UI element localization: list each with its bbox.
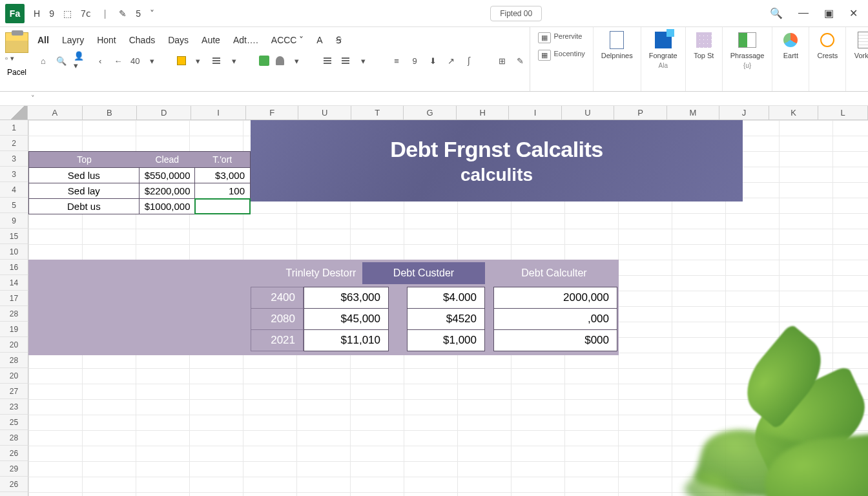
cell[interactable]: 100 <box>195 183 250 198</box>
row-header[interactable]: 29 <box>0 461 28 477</box>
cell[interactable]: $550,0000 <box>140 168 195 183</box>
row-header[interactable]: 28 <box>0 306 28 322</box>
active-cell[interactable] <box>195 199 250 214</box>
tool-icon[interactable]: ʃ <box>463 54 475 67</box>
col-header[interactable]: B <box>83 106 137 119</box>
row-header[interactable]: 10 <box>0 244 28 260</box>
cell[interactable]: Debt us <box>29 199 140 214</box>
pen-icon[interactable]: ✎ <box>514 54 526 67</box>
ribbon-tool-icon[interactable]: 🔍 <box>56 54 67 67</box>
col-header[interactable]: U <box>298 106 351 119</box>
table-row[interactable]: Sed lus $550,0000 $3,000 <box>28 168 251 183</box>
qat-item[interactable]: 7ᴄ <box>81 8 91 19</box>
row-header[interactable]: 1 <box>0 120 28 136</box>
select-all-corner[interactable] <box>0 106 28 119</box>
tab[interactable]: Aute <box>202 35 220 45</box>
cell[interactable]: $2200,000 <box>140 183 195 198</box>
table-row[interactable]: Debt us $1000,000 <box>28 199 251 214</box>
align-left-icon[interactable] <box>322 54 333 67</box>
cell[interactable]: Sed lus <box>29 168 140 183</box>
tool-icon[interactable]: ⊞ <box>496 54 508 67</box>
col-header[interactable]: I <box>509 106 561 119</box>
cell[interactable]: $45,000 <box>304 308 389 330</box>
tool-icon[interactable]: ≡ <box>391 54 402 67</box>
cell[interactable]: Sed lay <box>29 183 140 198</box>
col-header[interactable]: L <box>818 106 868 119</box>
pen-icon[interactable]: ✎ <box>119 8 127 19</box>
row-header[interactable]: 4 <box>0 182 28 198</box>
paste-group[interactable]: ▫▾ Pacel <box>5 32 28 77</box>
cell[interactable]: 2400 <box>251 287 304 309</box>
restore-button[interactable]: ▣ <box>824 7 834 19</box>
cell[interactable]: $3,000 <box>195 168 250 183</box>
col-header[interactable]: G <box>404 106 456 119</box>
ribbon-tool-icon[interactable]: ‹ <box>94 54 106 67</box>
row-header[interactable]: 19 <box>0 322 28 337</box>
ribbon-tool-icon[interactable]: ← <box>112 54 124 67</box>
cells-area[interactable]: Debt Frgnst Calcalits calculits Top Clea… <box>28 120 868 496</box>
ribbon-group[interactable]: Eartt <box>772 27 809 91</box>
ribbon-tool-icon[interactable]: ⌂ <box>37 54 49 67</box>
qat-item[interactable]: 9 <box>49 8 54 19</box>
dropdown-caret-icon[interactable]: ▾ <box>291 54 302 67</box>
dropdown-caret-icon[interactable]: ˅ <box>150 8 154 19</box>
row-header[interactable]: 3 <box>0 167 28 182</box>
minimize-button[interactable]: — <box>798 7 809 19</box>
ribbon-tool-icon[interactable]: 👤▾ <box>74 54 88 67</box>
cell[interactable]: ,000 <box>493 308 617 330</box>
tool-icon[interactable]: 9 <box>409 54 420 67</box>
tab[interactable]: A <box>316 35 322 45</box>
row-header[interactable]: 3 <box>0 151 28 167</box>
row-header[interactable]: 20 <box>0 337 28 353</box>
qat-item[interactable]: H <box>34 8 40 19</box>
row-header[interactable]: 14 <box>0 275 28 291</box>
tab[interactable]: Adt…. <box>233 35 258 45</box>
col-header[interactable]: F <box>246 106 298 119</box>
row-header[interactable]: 2 <box>0 136 28 151</box>
row-header[interactable]: 26 <box>0 446 28 461</box>
col-header[interactable]: U <box>562 106 614 119</box>
tab[interactable]: Days <box>168 35 189 45</box>
col-header[interactable]: J <box>719 106 769 119</box>
font-size-input[interactable]: 40 <box>130 56 140 66</box>
fill-color-icon[interactable] <box>177 56 186 65</box>
qat-item[interactable]: ⬚ <box>63 8 72 19</box>
cell[interactable]: $4520 <box>407 308 485 330</box>
cell[interactable]: 2021 <box>251 329 304 351</box>
row-header[interactable]: 5 <box>0 198 28 213</box>
cell[interactable]: 2000,000 <box>493 287 617 309</box>
col-header[interactable]: P <box>614 106 666 119</box>
spreadsheet-grid[interactable]: 1233459151016141728192028202723252826292… <box>0 120 868 496</box>
dropdown-caret-icon[interactable]: ▾ <box>358 54 369 67</box>
align-icon[interactable] <box>211 54 222 67</box>
ribbon-group[interactable]: Delpnines <box>594 27 641 91</box>
tab[interactable]: Layry <box>62 35 84 45</box>
qat-item[interactable]: 5 <box>136 8 141 19</box>
col-header[interactable]: K <box>769 106 819 119</box>
ribbon-group[interactable]: Fongrate Ala <box>641 27 686 91</box>
row-header[interactable]: 26 <box>0 477 28 492</box>
ribbon-group[interactable]: Crests <box>809 27 846 91</box>
col-header[interactable]: A <box>28 106 82 119</box>
formula-bar[interactable]: ˅ <box>0 92 868 106</box>
dropdown-caret-icon[interactable]: ▾ <box>147 54 158 67</box>
cell[interactable]: $1,000 <box>407 329 485 351</box>
table-row[interactable]: Sed lay $2200,000 100 <box>28 183 251 199</box>
row-header[interactable]: 17 <box>0 291 28 306</box>
row-header[interactable]: 20 <box>0 368 28 384</box>
document-title-pill[interactable]: Fipted 00 <box>490 6 542 21</box>
tool-icon[interactable]: ↗ <box>445 54 457 67</box>
ribbon-group[interactable]: Top St <box>686 27 723 91</box>
row-header[interactable]: 9 <box>0 213 28 229</box>
row-header[interactable]: 28 <box>0 430 28 446</box>
close-button[interactable]: ✕ <box>849 7 858 19</box>
col-header[interactable]: I <box>191 106 245 119</box>
col-header[interactable]: D <box>137 106 191 119</box>
ribbon-group[interactable]: Vorket <box>846 27 868 91</box>
row-header[interactable]: 1|5 <box>0 492 28 496</box>
tab[interactable]: Hont <box>97 35 116 45</box>
row-header[interactable]: 16 <box>0 260 28 275</box>
tab[interactable]: Ꞩ <box>336 35 342 45</box>
col-header[interactable]: T <box>351 106 404 119</box>
tab[interactable]: ACCC ˅ <box>271 35 304 45</box>
